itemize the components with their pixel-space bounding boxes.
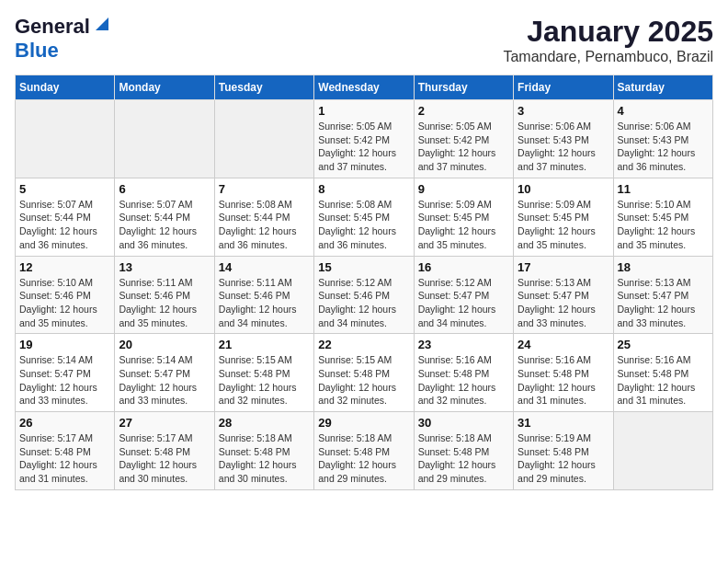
day-info: Sunrise: 5:05 AMSunset: 5:42 PMDaylight:… xyxy=(318,120,409,174)
day-number: 24 xyxy=(518,338,609,351)
day-info: Sunrise: 5:05 AMSunset: 5:42 PMDaylight:… xyxy=(418,120,509,174)
calendar-week-row: 12Sunrise: 5:10 AMSunset: 5:46 PMDayligh… xyxy=(16,256,713,334)
day-info: Sunrise: 5:11 AMSunset: 5:46 PMDaylight:… xyxy=(219,276,310,330)
day-info: Sunrise: 5:14 AMSunset: 5:47 PMDaylight:… xyxy=(19,353,110,408)
calendar-cell: 3Sunrise: 5:06 AMSunset: 5:43 PMDaylight… xyxy=(514,100,613,178)
day-info: Sunrise: 5:11 AMSunset: 5:46 PMDaylight:… xyxy=(119,276,210,330)
day-info: Sunrise: 5:15 AMSunset: 5:48 PMDaylight:… xyxy=(318,353,409,408)
day-info: Sunrise: 5:09 AMSunset: 5:45 PMDaylight:… xyxy=(518,198,609,252)
calendar-cell: 13Sunrise: 5:11 AMSunset: 5:46 PMDayligh… xyxy=(115,256,214,334)
day-info: Sunrise: 5:13 AMSunset: 5:47 PMDaylight:… xyxy=(618,276,709,330)
calendar-cell: 8Sunrise: 5:08 AMSunset: 5:45 PMDaylight… xyxy=(314,178,414,256)
day-number: 17 xyxy=(518,260,609,274)
day-number: 21 xyxy=(219,338,310,351)
day-info: Sunrise: 5:16 AMSunset: 5:48 PMDaylight:… xyxy=(518,353,609,408)
calendar-cell: 24Sunrise: 5:16 AMSunset: 5:48 PMDayligh… xyxy=(514,334,613,412)
day-info: Sunrise: 5:19 AMSunset: 5:48 PMDaylight:… xyxy=(518,431,609,486)
day-number: 30 xyxy=(418,416,509,430)
day-number: 19 xyxy=(19,338,110,351)
day-number: 1 xyxy=(318,104,409,118)
calendar-cell: 10Sunrise: 5:09 AMSunset: 5:45 PMDayligh… xyxy=(514,178,613,256)
calendar-cell: 6Sunrise: 5:07 AMSunset: 5:44 PMDaylight… xyxy=(115,178,214,256)
calendar-cell: 15Sunrise: 5:12 AMSunset: 5:46 PMDayligh… xyxy=(314,256,414,334)
calendar-cell: 26Sunrise: 5:17 AMSunset: 5:48 PMDayligh… xyxy=(16,412,115,490)
calendar-cell: 19Sunrise: 5:14 AMSunset: 5:47 PMDayligh… xyxy=(16,334,115,412)
calendar-cell: 16Sunrise: 5:12 AMSunset: 5:47 PMDayligh… xyxy=(414,256,513,334)
day-number: 3 xyxy=(518,104,609,118)
day-number: 18 xyxy=(618,260,709,274)
day-number: 12 xyxy=(19,260,110,274)
day-info: Sunrise: 5:18 AMSunset: 5:48 PMDaylight:… xyxy=(418,431,509,486)
weekday-header-thursday: Thursday xyxy=(414,75,513,100)
calendar-week-row: 26Sunrise: 5:17 AMSunset: 5:48 PMDayligh… xyxy=(16,412,713,490)
day-number: 27 xyxy=(119,416,210,430)
calendar-table: SundayMondayTuesdayWednesdayThursdayFrid… xyxy=(15,75,713,490)
calendar-cell: 18Sunrise: 5:13 AMSunset: 5:47 PMDayligh… xyxy=(613,256,712,334)
calendar-cell: 2Sunrise: 5:05 AMSunset: 5:42 PMDaylight… xyxy=(414,100,513,178)
calendar-cell: 12Sunrise: 5:10 AMSunset: 5:46 PMDayligh… xyxy=(16,256,115,334)
day-info: Sunrise: 5:07 AMSunset: 5:44 PMDaylight:… xyxy=(19,198,110,252)
day-number: 14 xyxy=(219,260,310,274)
calendar-cell xyxy=(613,412,712,490)
calendar-cell: 25Sunrise: 5:16 AMSunset: 5:48 PMDayligh… xyxy=(613,334,712,412)
day-info: Sunrise: 5:12 AMSunset: 5:46 PMDaylight:… xyxy=(318,276,409,330)
day-number: 13 xyxy=(119,260,210,274)
day-number: 31 xyxy=(518,416,609,430)
day-info: Sunrise: 5:16 AMSunset: 5:48 PMDaylight:… xyxy=(618,353,709,408)
day-info: Sunrise: 5:17 AMSunset: 5:48 PMDaylight:… xyxy=(119,431,210,486)
calendar-cell: 1Sunrise: 5:05 AMSunset: 5:42 PMDaylight… xyxy=(314,100,414,178)
day-number: 29 xyxy=(318,416,409,430)
calendar-cell: 27Sunrise: 5:17 AMSunset: 5:48 PMDayligh… xyxy=(115,412,214,490)
calendar-cell xyxy=(115,100,214,178)
calendar-cell: 28Sunrise: 5:18 AMSunset: 5:48 PMDayligh… xyxy=(214,412,313,490)
day-info: Sunrise: 5:08 AMSunset: 5:44 PMDaylight:… xyxy=(219,198,310,252)
calendar-cell xyxy=(16,100,115,178)
day-number: 15 xyxy=(318,260,409,274)
weekday-header-row: SundayMondayTuesdayWednesdayThursdayFrid… xyxy=(16,75,713,100)
calendar-cell: 21Sunrise: 5:15 AMSunset: 5:48 PMDayligh… xyxy=(214,334,313,412)
calendar-cell: 20Sunrise: 5:14 AMSunset: 5:47 PMDayligh… xyxy=(115,334,214,412)
calendar-cell: 30Sunrise: 5:18 AMSunset: 5:48 PMDayligh… xyxy=(414,412,513,490)
day-info: Sunrise: 5:08 AMSunset: 5:45 PMDaylight:… xyxy=(318,198,409,252)
day-info: Sunrise: 5:06 AMSunset: 5:43 PMDaylight:… xyxy=(518,120,609,174)
calendar-cell: 11Sunrise: 5:10 AMSunset: 5:45 PMDayligh… xyxy=(613,178,712,256)
calendar-cell: 22Sunrise: 5:15 AMSunset: 5:48 PMDayligh… xyxy=(314,334,414,412)
calendar-week-row: 5Sunrise: 5:07 AMSunset: 5:44 PMDaylight… xyxy=(16,178,713,256)
day-info: Sunrise: 5:15 AMSunset: 5:48 PMDaylight:… xyxy=(219,353,310,408)
calendar-cell: 9Sunrise: 5:09 AMSunset: 5:45 PMDaylight… xyxy=(414,178,513,256)
day-number: 7 xyxy=(219,182,310,196)
calendar-cell: 4Sunrise: 5:06 AMSunset: 5:43 PMDaylight… xyxy=(613,100,712,178)
logo: General Blue xyxy=(15,15,108,63)
day-number: 8 xyxy=(318,182,409,196)
weekday-header-sunday: Sunday xyxy=(16,75,115,100)
calendar-cell: 14Sunrise: 5:11 AMSunset: 5:46 PMDayligh… xyxy=(214,256,313,334)
day-info: Sunrise: 5:14 AMSunset: 5:47 PMDaylight:… xyxy=(119,353,210,408)
day-number: 4 xyxy=(618,104,709,118)
day-number: 9 xyxy=(418,182,509,196)
day-number: 26 xyxy=(19,416,110,430)
day-number: 25 xyxy=(618,338,709,351)
day-number: 2 xyxy=(418,104,509,118)
calendar-cell: 17Sunrise: 5:13 AMSunset: 5:47 PMDayligh… xyxy=(514,256,613,334)
location-title: Tamandare, Pernambuco, Brazil xyxy=(503,49,713,65)
day-number: 6 xyxy=(119,182,210,196)
day-number: 28 xyxy=(219,416,310,430)
title-block: January 2025 Tamandare, Pernambuco, Braz… xyxy=(503,15,713,65)
day-info: Sunrise: 5:16 AMSunset: 5:48 PMDaylight:… xyxy=(418,353,509,408)
day-info: Sunrise: 5:18 AMSunset: 5:48 PMDaylight:… xyxy=(318,431,409,486)
calendar-cell: 23Sunrise: 5:16 AMSunset: 5:48 PMDayligh… xyxy=(414,334,513,412)
page-header: General Blue January 2025 Tamandare, Per… xyxy=(15,15,713,65)
svg-marker-0 xyxy=(96,17,108,30)
day-info: Sunrise: 5:13 AMSunset: 5:47 PMDaylight:… xyxy=(518,276,609,330)
day-number: 23 xyxy=(418,338,509,351)
day-info: Sunrise: 5:10 AMSunset: 5:45 PMDaylight:… xyxy=(618,198,709,252)
day-number: 5 xyxy=(19,182,110,196)
calendar-cell: 31Sunrise: 5:19 AMSunset: 5:48 PMDayligh… xyxy=(514,412,613,490)
calendar-cell: 29Sunrise: 5:18 AMSunset: 5:48 PMDayligh… xyxy=(314,412,414,490)
day-info: Sunrise: 5:10 AMSunset: 5:46 PMDaylight:… xyxy=(19,276,110,330)
logo-general: General xyxy=(15,15,90,39)
weekday-header-friday: Friday xyxy=(514,75,613,100)
day-info: Sunrise: 5:09 AMSunset: 5:45 PMDaylight:… xyxy=(418,198,509,252)
calendar-cell: 7Sunrise: 5:08 AMSunset: 5:44 PMDaylight… xyxy=(214,178,313,256)
logo-triangle-icon xyxy=(92,17,108,34)
